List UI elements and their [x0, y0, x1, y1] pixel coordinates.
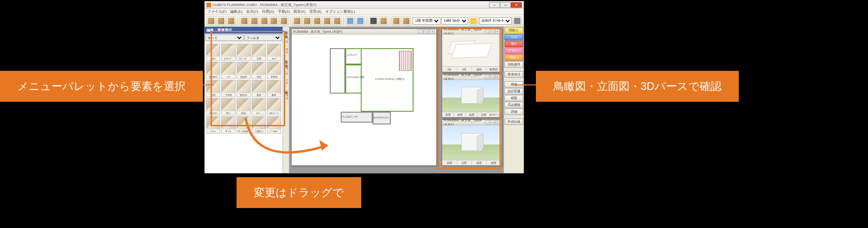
pers-min[interactable]: —: [485, 120, 490, 124]
menu-draw[interactable]: 作図(D): [262, 9, 274, 14]
menu-proc[interactable]: 手順(S): [278, 9, 290, 14]
tool-btn-5[interactable]: [250, 16, 259, 25]
plan-canvas[interactable]: LIVING-DINING 18畳(4) KITCHEN 8畳 UTILITY …: [292, 35, 436, 165]
palette-thumb[interactable]: 土間(大): [252, 116, 266, 134]
view-tab[interactable]: 北面: [478, 112, 490, 117]
elev-max[interactable]: ▭: [490, 75, 495, 79]
tool-btn-sun[interactable]: [469, 16, 478, 25]
vtab-item[interactable]: 新規: [283, 27, 289, 31]
menu-view[interactable]: 表示(V): [246, 9, 258, 14]
palette-thumb[interactable]: 押入: [221, 98, 235, 115]
time-select[interactable]: 18時 56分: [441, 17, 468, 25]
tool-btn-1[interactable]: [207, 16, 216, 25]
tool-btn-9[interactable]: [293, 16, 302, 25]
palette-thumb[interactable]: ﾛﾌﾄ: [252, 98, 266, 115]
plan-min-button[interactable]: —: [418, 30, 423, 34]
pers-view-canvas[interactable]: [442, 125, 501, 160]
viewmode-select[interactable]: 3Dｶﾒﾗ ｺﾝﾄﾛｰﾙ: [479, 17, 512, 25]
right-button[interactable]: CGﾎｰﾑ: [505, 55, 523, 61]
palette-thumb[interactable]: 押入(大): [206, 98, 220, 115]
tool-btn-8[interactable]: [279, 16, 288, 25]
right-button[interactable]: 間取り: [505, 27, 523, 34]
palette-thumb[interactable]: 和室: [206, 80, 220, 97]
palette-thumb[interactable]: 寝室(1): [237, 80, 251, 97]
view-tab[interactable]: 東面: [442, 160, 457, 165]
palette-filter-1[interactable]: すべて: [206, 35, 243, 41]
close-button[interactable]: ✕: [511, 2, 522, 8]
palette-thumb[interactable]: ﾎﾟｰﾁ屋根: [237, 116, 251, 134]
palette-thumb[interactable]: ﾎﾟｰﾁ: [221, 116, 235, 134]
view-tab[interactable]: 1階: [442, 67, 457, 72]
tool-btn-cam[interactable]: [513, 16, 522, 25]
right-button[interactable]: 模型: [505, 95, 523, 101]
minimize-button[interactable]: —: [489, 2, 500, 8]
palette-filter-2[interactable]: フィルタ: [244, 35, 282, 41]
tool-btn-7[interactable]: [270, 16, 279, 25]
right-button[interactable]: ﾂｰﾙ: [505, 34, 523, 40]
pers-close[interactable]: ✕: [495, 120, 500, 124]
right-button[interactable]: 業者発注: [505, 71, 523, 78]
view-tab[interactable]: 西面: [472, 160, 487, 165]
view-tab[interactable]: ﾛｰﾀｲﾌﾟ見ﾙ: [490, 112, 501, 117]
vtab-item[interactable]: ｽﾀｲﾙ: [283, 91, 289, 102]
plan-max-button[interactable]: ▭: [424, 30, 429, 34]
vtab-item[interactable]: 要素: [283, 31, 289, 35]
right-button[interactable]: 切取基準: [505, 61, 523, 68]
palette-thumb[interactable]: 家事室: [267, 62, 281, 79]
view-tab[interactable]: 西面: [466, 112, 478, 117]
palette-thumb[interactable]: 子供室: [221, 80, 235, 97]
pers-max[interactable]: ▭: [490, 120, 495, 124]
view-tab[interactable]: 東面: [442, 112, 454, 117]
view-tab[interactable]: 屋根: [472, 67, 487, 72]
palette-thumb[interactable]: LDK: [206, 44, 220, 61]
vtab-item[interactable]: 部屋: [283, 60, 289, 64]
elev-min[interactable]: —: [485, 75, 490, 79]
palette-thumb[interactable]: ｸﾛｰｾﾞｯﾄ: [267, 98, 281, 115]
menu-file[interactable]: ファイル(F): [207, 9, 227, 14]
palette-thumb[interactable]: 寝室: [252, 80, 266, 97]
vtab-item[interactable]: 面積: [283, 87, 289, 91]
elev-view-canvas[interactable]: [442, 80, 501, 112]
palette-thumb[interactable]: 玄関: [252, 44, 266, 61]
view-tab[interactable]: 北面: [457, 160, 472, 165]
tool-btn-10[interactable]: [303, 16, 312, 25]
tool-btn-18[interactable]: [392, 16, 401, 25]
tool-btn-2[interactable]: [217, 16, 226, 25]
palette-thumb[interactable]: 書斎: [267, 80, 281, 97]
view-tab[interactable]: 南面: [487, 160, 502, 165]
palette-thumb[interactable]: 収納: [237, 98, 251, 115]
tool-btn-17[interactable]: [379, 16, 388, 25]
palette-thumb[interactable]: 浴室: [252, 62, 266, 79]
view-tab[interactable]: 南面: [454, 112, 466, 117]
bird-view-canvas[interactable]: [442, 35, 501, 66]
bird-max[interactable]: ▭: [490, 30, 495, 34]
palette-thumb[interactable]: ﾘﾋﾞﾝｸﾞ: [237, 44, 251, 61]
tool-btn-4[interactable]: [240, 16, 249, 25]
vtab-item[interactable]: ｼｰﾙ: [283, 77, 289, 87]
tool-btn-6[interactable]: [260, 16, 269, 25]
tool-btn-13[interactable]: [333, 16, 342, 25]
maximize-button[interactable]: ▭: [500, 2, 511, 8]
palette-thumb[interactable]: ｷｯﾁﾝ: [206, 116, 220, 134]
plan-close-button[interactable]: ✕: [429, 30, 435, 34]
palette-thumb[interactable]: ﾄｲﾚ: [221, 62, 235, 79]
palette-thumb[interactable]: 室内廊下: [206, 62, 220, 79]
tool-btn-15[interactable]: [356, 16, 365, 25]
tool-btn-3[interactable]: [227, 16, 236, 25]
right-button[interactable]: ﾌﾟﾚｾﾞﾝ: [505, 48, 523, 54]
bird-close[interactable]: ✕: [495, 30, 500, 34]
tool-btn-14[interactable]: [346, 16, 355, 25]
menu-bg[interactable]: 背景(B): [309, 9, 322, 14]
palette-thumb[interactable]: ﾎｰﾙ: [267, 44, 281, 61]
tool-btn-11[interactable]: [313, 16, 322, 25]
vtab-item[interactable]: ｽﾍﾟｯｸ: [283, 64, 289, 77]
palette-thumb[interactable]: ﾊﾞﾙｺﾆｰ: [267, 116, 281, 134]
vtab-item[interactable]: 屋根: [283, 56, 289, 60]
right-button[interactable]: 見込価格: [505, 102, 523, 108]
tool-btn-19[interactable]: [402, 16, 411, 25]
menu-struct[interactable]: 構造(K): [293, 9, 306, 14]
menu-edit[interactable]: 編集(E): [230, 9, 242, 14]
vtab-item[interactable]: ﾌﾟﾗﾝ: [283, 35, 289, 46]
menu-optmat[interactable]: オプション素材(L): [325, 9, 355, 14]
tool-btn-16[interactable]: [369, 16, 378, 25]
